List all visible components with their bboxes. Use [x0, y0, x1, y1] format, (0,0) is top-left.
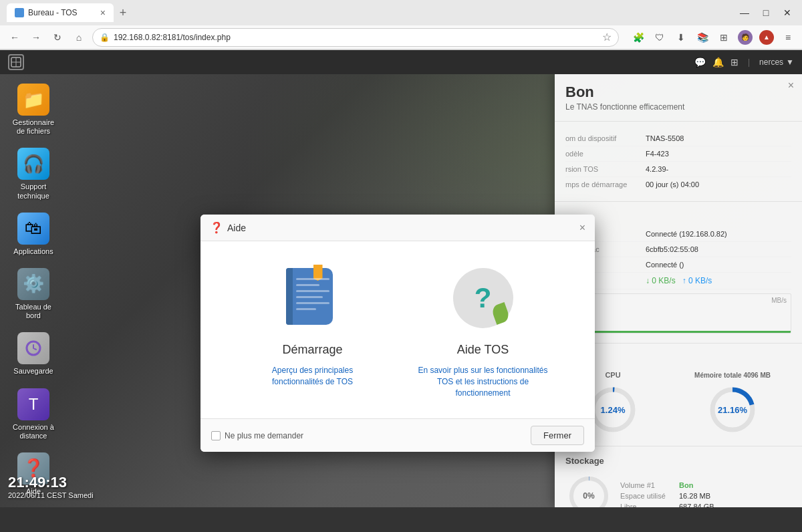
remote-icon-label: Connexion àdistance — [13, 423, 54, 440]
clock-date: 2022/06/11 CEST Samedi — [8, 491, 94, 499]
storage-libre-row: Libre 687.84 GB — [620, 503, 714, 507]
dialog-option-aide-tos[interactable]: ? Aide TOS En savoir plus sur les foncti… — [416, 261, 550, 398]
info-row-device-name: om du dispositif TNAS-5508 — [565, 131, 791, 146]
demarrage-title: Démarrage — [282, 343, 342, 357]
dialog-header: ❓ Aide × — [200, 215, 595, 241]
storage-percent: 0% — [583, 491, 594, 501]
apps-icon-label: Applications — [13, 247, 53, 256]
no-more-checkbox[interactable] — [211, 431, 221, 440]
no-more-checkbox-label[interactable]: Ne plus me demander — [211, 431, 303, 440]
tos-user-menu[interactable]: nerces ▼ — [759, 57, 794, 67]
desktop-icon-backup[interactable]: Sauvegarde — [3, 329, 63, 378]
info-row-mac: resse Mac 6cbfb5:02:55:08 — [565, 242, 791, 257]
desktop-icon-dashboard[interactable]: ⚙️ Tableau debord — [3, 265, 63, 323]
resource-title: source — [565, 353, 791, 363]
chat-icon[interactable]: 💬 — [694, 57, 706, 68]
network-speed: ↓ 0 KB/s ↑ 0 KB/s — [646, 276, 712, 285]
new-tab-btn[interactable]: + — [114, 3, 132, 22]
info-panel-close-btn[interactable]: × — [788, 80, 794, 92]
download-icon[interactable]: ⬇ — [674, 30, 688, 45]
no-more-label: Ne plus me demander — [225, 431, 303, 440]
aide-tos-icon: ? — [450, 261, 517, 335]
grid-icon[interactable]: ⊞ — [716, 30, 731, 45]
aide-tos-title: Aide TOS — [457, 343, 509, 357]
tos-username: nerces — [759, 57, 783, 67]
tab-close-btn[interactable]: × — [100, 7, 106, 18]
reload-btn[interactable]: ↻ — [49, 29, 65, 45]
tos-logo[interactable] — [8, 54, 24, 70]
close-window-btn[interactable]: ✕ — [779, 5, 795, 21]
device-name-val: TNAS-5508 — [646, 134, 684, 142]
dialog-option-demarrage[interactable]: Démarrage Aperçu des principales fonctio… — [246, 261, 380, 388]
info-row-n1: N 1 Connecté (192.168.0.82) — [565, 227, 791, 242]
url-display: 192.168.0.82:8181/tos/index.php — [114, 33, 231, 42]
browser-toolbar-right: 🧩 🛡 ⬇ 📚 ⊞ 🧑 ▲ ≡ — [631, 30, 795, 45]
uptime-val: 00 jour (s) 04:00 — [646, 180, 699, 188]
espace-key: Espace utilisé — [620, 492, 674, 500]
storage-section: Stockage 0% Volume #1 Bon Espace utilis — [555, 446, 802, 507]
info-status-section: Bon Le TNAS fonctionne efficacement — [555, 74, 802, 122]
desktop-clock: 21:49:13 2022/06/11 CEST Samedi — [8, 474, 94, 499]
browser-addressbar: ← → ↻ ⌂ 🔒 192.168.0.82:8181/tos/index.ph… — [0, 25, 802, 49]
tab-title: Bureau - TOS — [28, 8, 78, 17]
forward-btn[interactable]: → — [28, 29, 44, 45]
demarrage-icon — [279, 261, 346, 335]
volume-status: Bon — [679, 481, 693, 489]
model-val: F4-423 — [646, 150, 669, 158]
status-subtitle: Le TNAS fonctionne efficacement — [565, 102, 791, 112]
status-title: Bon — [565, 84, 791, 101]
cpu-value: 1.24% — [601, 405, 626, 415]
clock-time: 21:49:13 — [8, 474, 94, 491]
storage-info: Volume #1 Bon Espace utilisé 16.28 MB Li… — [620, 481, 714, 507]
memory-label: Mémoire totale 4096 MB — [694, 372, 771, 379]
dialog-title: Aide — [227, 223, 246, 233]
fermer-btn[interactable]: Fermer — [531, 426, 584, 445]
shield-icon[interactable]: 🛡 — [652, 30, 667, 45]
info-row-internet: ernet Connecté () — [565, 257, 791, 273]
bookmarks-icon[interactable]: 📚 — [695, 30, 710, 45]
dialog-title-icon: ❓ — [210, 221, 223, 234]
apps-grid-icon[interactable]: ⊞ — [730, 57, 739, 68]
sync-avatar[interactable]: ▲ — [759, 30, 774, 45]
info-row-speed: resse ↓ 0 KB/s ↑ 0 KB/s — [565, 273, 791, 289]
network-title: eau — [565, 211, 791, 221]
qmark-img: ? — [453, 268, 513, 328]
browser-tab[interactable]: Bureau - TOS × — [7, 3, 114, 22]
back-btn[interactable]: ← — [7, 29, 23, 45]
profile-avatar[interactable]: 🧑 — [738, 30, 753, 45]
internet-val: Connecté () — [646, 261, 684, 269]
address-box[interactable]: 🔒 192.168.0.82:8181/tos/index.php ☆ — [92, 28, 619, 47]
storage-used-row: Espace utilisé 16.28 MB — [620, 492, 714, 500]
browser-chrome: Bureau - TOS × + — □ ✕ ← → ↻ ⌂ 🔒 192.168… — [0, 0, 802, 50]
files-icon-img: 📁 — [17, 84, 49, 116]
notification-icon[interactable]: 🔔 — [712, 57, 724, 68]
user-dropdown-arrow: ▼ — [786, 57, 794, 67]
info-row-uptime: mps de démarrage 00 jour (s) 04:00 — [565, 177, 791, 192]
desktop-icon-files[interactable]: 📁 Gestionnairede fichiers — [3, 81, 63, 138]
support-icon-img: 🎧 — [17, 148, 49, 180]
desktop-icons: 📁 Gestionnairede fichiers 🎧 Supporttechn… — [0, 74, 67, 505]
backup-icon-label: Sauvegarde — [13, 367, 53, 376]
libre-val: 687.84 GB — [679, 503, 714, 507]
device-name-key: om du dispositif — [565, 134, 646, 142]
info-row-tos-version: rsion TOS 4.2.39- — [565, 162, 791, 177]
menu-icon[interactable]: ≡ — [781, 30, 795, 45]
desktop-icon-remote[interactable]: T Connexion àdistance — [3, 386, 63, 443]
minimize-btn[interactable]: — — [737, 5, 753, 21]
extension-icon[interactable]: 🧩 — [631, 30, 646, 45]
help-dialog: ❓ Aide × — [200, 215, 595, 452]
storage-title: Stockage — [565, 456, 791, 466]
storage-row: 0% Volume #1 Bon Espace utilisé 16.28 MB… — [565, 473, 791, 507]
mac-val: 6cbfb5:02:55:08 — [646, 245, 698, 253]
home-btn[interactable]: ⌂ — [71, 29, 87, 45]
desktop-icon-apps[interactable]: 🛍 Applications — [3, 210, 63, 259]
demarrage-desc: Aperçu des principales fonctionnalités d… — [246, 365, 380, 388]
dialog-footer: Ne plus me demander Fermer — [200, 418, 595, 452]
window-controls: — □ ✕ — [737, 5, 795, 21]
address-icons: ☆ — [602, 31, 612, 43]
uptime-key: mps de démarrage — [565, 180, 646, 188]
dialog-close-btn[interactable]: × — [579, 222, 585, 234]
chart-line — [566, 331, 791, 333]
maximize-btn[interactable]: □ — [758, 5, 774, 21]
desktop-icon-support[interactable]: 🎧 Supporttechnique — [3, 145, 63, 203]
